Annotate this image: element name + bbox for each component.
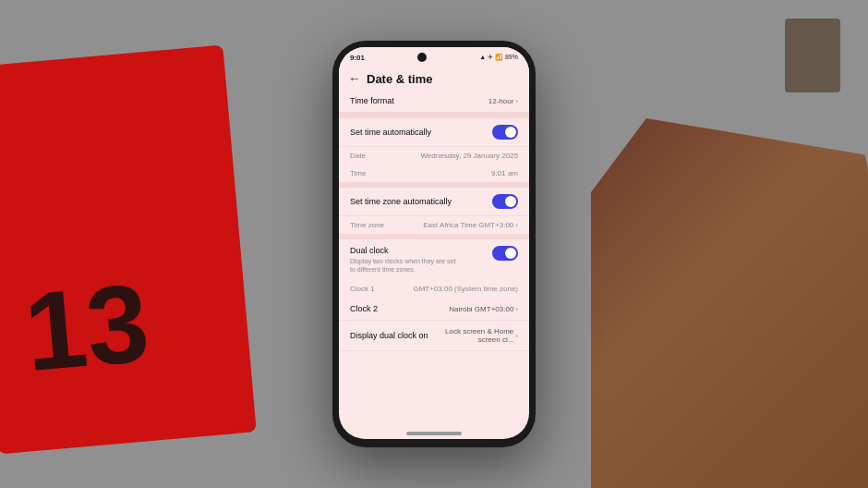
clock2-value: Nairobi GMT+03:00 › xyxy=(449,305,518,313)
box-number: 13 xyxy=(19,258,153,396)
timezone-label: Time zone xyxy=(350,221,384,229)
camera-notch xyxy=(417,53,427,62)
clock1-item: Clock 1 GMT+03:00 (System time zone) xyxy=(339,280,529,298)
time-format-value: 12-hour › xyxy=(488,97,518,105)
set-tz-auto-label: Set time zone automatically xyxy=(350,197,452,206)
date-item: Date Wednesday, 29 January 2025 xyxy=(339,147,529,165)
phone-screen: 9:01 ▲ ✈ 📶 89% ← Date & time Time format… xyxy=(339,47,529,439)
toggle-knob-3 xyxy=(505,248,516,259)
red-box: 13 xyxy=(0,45,257,455)
display-chevron-icon: › xyxy=(515,332,518,340)
clock1-value: GMT+03:00 (System time zone) xyxy=(413,285,518,293)
clock2-item[interactable]: Clock 2 Nairobi GMT+03:00 › xyxy=(339,298,529,321)
status-icons-text: ▲ ✈ 📶 89% xyxy=(479,54,518,61)
toggle-knob-2 xyxy=(505,196,516,207)
dual-clock-description: Display two clocks when they are set to … xyxy=(350,257,461,274)
status-time: 9:01 xyxy=(350,54,365,62)
time-value: 9:01 am xyxy=(491,169,518,177)
time-format-label: Time format xyxy=(350,96,394,105)
page-header: ← Date & time xyxy=(339,66,529,90)
clock2-chevron-icon: › xyxy=(515,305,518,313)
time-format-item[interactable]: Time format 12-hour › xyxy=(339,90,529,113)
status-icons: ▲ ✈ 📶 89% xyxy=(479,54,518,61)
display-dual-clock-label: Display dual clock on xyxy=(350,331,428,340)
clock2-label: Clock 2 xyxy=(350,304,378,313)
settings-content: Time format 12-hour › Set time automatic… xyxy=(339,90,529,428)
tz-chevron-icon: › xyxy=(515,221,518,229)
toggle-knob xyxy=(505,127,516,138)
set-time-auto-label: Set time automatically xyxy=(350,128,431,137)
timezone-item[interactable]: Time zone East Africa Time GMT+3:00 › xyxy=(339,216,529,234)
timezone-value: East Africa Time GMT+3:00 › xyxy=(423,221,518,229)
status-bar: 9:01 ▲ ✈ 📶 89% xyxy=(339,47,529,66)
date-value: Wednesday, 29 January 2025 xyxy=(420,152,518,160)
dual-clock-label-group: Dual clock Display two clocks when they … xyxy=(350,246,461,274)
corner-decoration xyxy=(785,18,840,92)
set-time-auto-item[interactable]: Set time automatically xyxy=(339,113,529,147)
home-indicator[interactable] xyxy=(406,432,462,435)
time-label: Time xyxy=(350,169,366,177)
set-tz-auto-toggle[interactable] xyxy=(492,194,518,209)
chevron-icon: › xyxy=(515,97,518,105)
dual-clock-toggle[interactable] xyxy=(492,246,518,261)
clock1-label: Clock 1 xyxy=(350,285,375,293)
page-title: Date & time xyxy=(367,72,433,86)
dual-clock-header: Dual clock Display two clocks when they … xyxy=(350,246,518,274)
back-button[interactable]: ← xyxy=(348,71,361,86)
dual-clock-label: Dual clock xyxy=(350,246,461,255)
time-item: Time 9:01 am xyxy=(339,165,529,182)
phone: 9:01 ▲ ✈ 📶 89% ← Date & time Time format… xyxy=(332,41,536,447)
display-dual-clock-item[interactable]: Display dual clock on Lock screen & Home… xyxy=(339,321,529,351)
dual-clock-section: Dual clock Display two clocks when they … xyxy=(339,234,529,280)
date-label: Date xyxy=(350,152,366,160)
set-time-auto-toggle[interactable] xyxy=(492,125,518,140)
hand xyxy=(591,118,868,488)
display-dual-clock-value: Lock screen & Home screen cl... › xyxy=(444,327,518,344)
set-tz-auto-item[interactable]: Set time zone automatically xyxy=(339,182,529,216)
